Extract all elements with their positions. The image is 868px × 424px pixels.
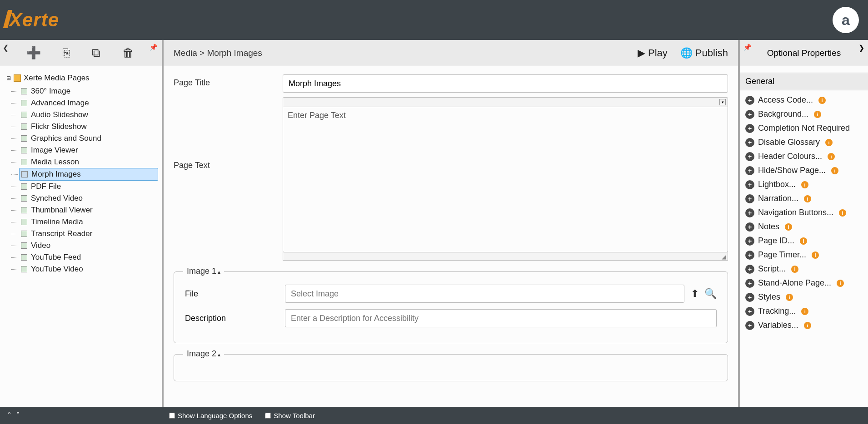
tree-item[interactable]: Thumbnail Viewer bbox=[19, 204, 158, 216]
editor-dropdown-icon[interactable]: ▾ bbox=[719, 99, 726, 105]
add-property-icon[interactable]: + bbox=[745, 110, 754, 119]
editor-toolbar[interactable]: ▾ bbox=[283, 97, 728, 107]
property-item[interactable]: +Tracking...i bbox=[744, 304, 863, 318]
tree-item[interactable]: Graphics and Sound bbox=[19, 133, 158, 144]
property-item[interactable]: +Access Code...i bbox=[744, 93, 863, 107]
image-1-legend[interactable]: Image 1 bbox=[183, 266, 224, 276]
show-language-checkbox[interactable]: Show Language Options bbox=[169, 412, 252, 419]
info-icon[interactable]: i bbox=[818, 97, 826, 104]
property-item[interactable]: +Notesi bbox=[744, 220, 863, 234]
property-item[interactable]: +Navigation Buttons...i bbox=[744, 206, 863, 220]
move-up-icon[interactable]: ˄ bbox=[7, 410, 11, 420]
property-item[interactable]: +Page ID...i bbox=[744, 234, 863, 248]
add-property-icon[interactable]: + bbox=[745, 321, 754, 330]
property-item[interactable]: +Header Colours...i bbox=[744, 149, 863, 163]
add-property-icon[interactable]: + bbox=[745, 124, 754, 133]
show-toolbar-checkbox[interactable]: Show Toolbar bbox=[265, 412, 315, 419]
import-icon[interactable]: ⎘ bbox=[63, 46, 70, 60]
tree-item[interactable]: Audio Slideshow bbox=[19, 109, 158, 121]
info-icon[interactable]: i bbox=[837, 280, 844, 287]
center-panel: Media > Morph Images ▶ Play 🌐 Publish Pa… bbox=[164, 40, 740, 407]
info-icon[interactable]: i bbox=[786, 294, 793, 301]
add-property-icon[interactable]: + bbox=[745, 138, 754, 147]
upload-icon[interactable]: ⬆ bbox=[691, 288, 699, 300]
add-property-icon[interactable]: + bbox=[745, 279, 754, 288]
property-label: Hide/Show Page... bbox=[758, 166, 826, 175]
page-title-input[interactable] bbox=[283, 74, 728, 93]
add-property-icon[interactable]: + bbox=[745, 96, 754, 105]
add-property-icon[interactable]: + bbox=[745, 293, 754, 302]
property-item[interactable]: +Narration...i bbox=[744, 192, 863, 206]
add-property-icon[interactable]: + bbox=[745, 237, 754, 246]
tree-item[interactable]: Video bbox=[19, 240, 158, 251]
info-icon[interactable]: i bbox=[804, 195, 811, 202]
add-icon[interactable]: ➕ bbox=[26, 46, 41, 60]
info-icon[interactable]: i bbox=[812, 251, 819, 259]
avatar[interactable]: a bbox=[833, 7, 859, 33]
tree-item[interactable]: YouTube Feed bbox=[19, 251, 158, 263]
add-property-icon[interactable]: + bbox=[745, 222, 754, 232]
description-input[interactable] bbox=[285, 309, 717, 327]
tree-item[interactable]: Image Viewer bbox=[19, 144, 158, 156]
pin-icon[interactable]: 📌 bbox=[743, 44, 751, 51]
tree-item[interactable]: Synched Video bbox=[19, 192, 158, 204]
info-icon[interactable]: i bbox=[828, 153, 835, 160]
copy-icon[interactable]: ⧉ bbox=[92, 46, 100, 60]
info-icon[interactable]: i bbox=[814, 111, 821, 118]
info-icon[interactable]: i bbox=[839, 209, 846, 217]
property-item[interactable]: +Page Timer...i bbox=[744, 248, 863, 262]
add-property-icon[interactable]: + bbox=[745, 208, 754, 217]
info-icon[interactable]: i bbox=[801, 181, 808, 188]
play-button[interactable]: ▶ Play bbox=[638, 47, 668, 59]
info-icon[interactable]: i bbox=[791, 266, 798, 273]
lang-checkbox-input[interactable] bbox=[169, 413, 175, 419]
property-item[interactable]: +Completion Not Required bbox=[744, 121, 863, 135]
property-item[interactable]: +Disable Glossaryi bbox=[744, 135, 863, 149]
page-tree[interactable]: ⊟ Xerte Media Pages 360° ImageAdvanced I… bbox=[0, 66, 162, 407]
info-icon[interactable]: i bbox=[801, 308, 808, 315]
tree-item[interactable]: Timeline Media bbox=[19, 216, 158, 228]
property-item[interactable]: +Variables...i bbox=[744, 318, 863, 332]
add-property-icon[interactable]: + bbox=[745, 152, 754, 161]
add-property-icon[interactable]: + bbox=[745, 265, 754, 274]
tree-item[interactable]: Media Lesson bbox=[19, 156, 158, 168]
add-property-icon[interactable]: + bbox=[745, 307, 754, 316]
tree-root[interactable]: ⊟ Xerte Media Pages bbox=[6, 74, 158, 83]
property-item[interactable]: +Background...i bbox=[744, 107, 863, 121]
toolbar-checkbox-input[interactable] bbox=[265, 413, 271, 419]
image-2-legend[interactable]: Image 2 bbox=[183, 349, 224, 359]
tree-item[interactable]: PDF File bbox=[19, 181, 158, 192]
add-property-icon[interactable]: + bbox=[745, 251, 754, 260]
editor-resize-handle[interactable] bbox=[283, 252, 728, 261]
info-icon[interactable]: i bbox=[785, 223, 792, 231]
tree-item[interactable]: Transcript Reader bbox=[19, 228, 158, 240]
tree-item[interactable]: Flickr Slideshow bbox=[19, 121, 158, 133]
property-item[interactable]: +Stylesi bbox=[744, 290, 863, 304]
add-property-icon[interactable]: + bbox=[745, 180, 754, 189]
info-icon[interactable]: i bbox=[804, 322, 811, 329]
pin-icon[interactable]: 📌 bbox=[150, 44, 157, 51]
move-down-icon[interactable]: ˅ bbox=[16, 410, 20, 420]
tree-item[interactable]: Morph Images bbox=[19, 168, 158, 181]
property-item[interactable]: +Script...i bbox=[744, 262, 863, 276]
property-item[interactable]: +Stand-Alone Page...i bbox=[744, 276, 863, 290]
add-property-icon[interactable]: + bbox=[745, 166, 754, 175]
browse-icon[interactable]: 🔍 bbox=[704, 288, 717, 300]
tree-item[interactable]: Advanced Image bbox=[19, 97, 158, 109]
tree-item[interactable]: YouTube Video bbox=[19, 263, 158, 275]
collapse-right-icon[interactable]: ❯ bbox=[858, 44, 864, 52]
info-icon[interactable]: i bbox=[831, 167, 838, 174]
collapse-left-icon[interactable]: ❮ bbox=[3, 44, 9, 52]
property-item[interactable]: +Lightbox...i bbox=[744, 177, 863, 192]
add-property-icon[interactable]: + bbox=[745, 194, 754, 203]
property-item[interactable]: +Hide/Show Page...i bbox=[744, 163, 863, 177]
bottom-bar: ˄ ˅ Show Language Options Show Toolbar bbox=[0, 407, 868, 424]
publish-button[interactable]: 🌐 Publish bbox=[680, 47, 728, 59]
info-icon[interactable]: i bbox=[825, 139, 833, 146]
page-text-editor[interactable]: Enter Page Text bbox=[283, 107, 728, 252]
tree-item-label: Audio Slideshow bbox=[31, 110, 88, 119]
file-input[interactable] bbox=[285, 285, 684, 303]
delete-icon[interactable]: 🗑 bbox=[122, 46, 134, 60]
tree-item[interactable]: 360° Image bbox=[19, 85, 158, 97]
info-icon[interactable]: i bbox=[800, 237, 807, 245]
